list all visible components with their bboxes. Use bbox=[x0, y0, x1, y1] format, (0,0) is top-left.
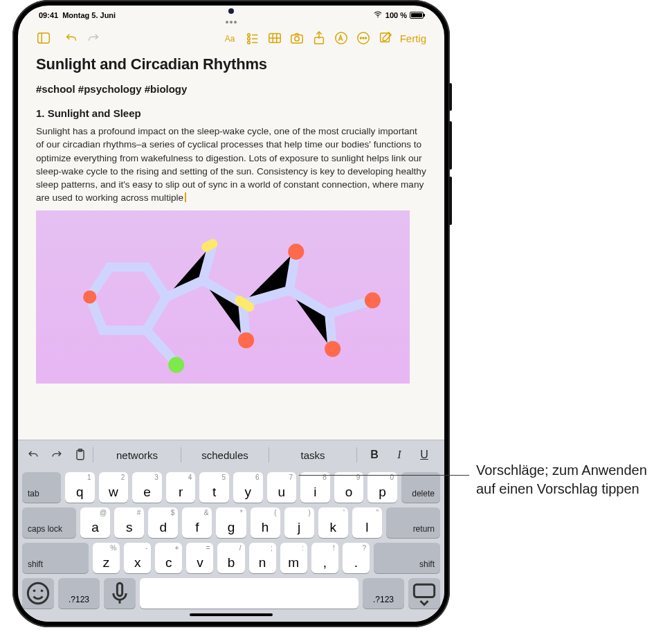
keyboard-area: networks schedules tasks B I U tab 1q2w3… bbox=[18, 440, 444, 622]
key-v[interactable]: =v bbox=[186, 543, 213, 573]
dismiss-keyboard-key[interactable] bbox=[408, 578, 440, 609]
ipad-frame: 09:41 Montag 5. Juni 100 % bbox=[12, 0, 450, 627]
key-r[interactable]: 4r bbox=[166, 472, 196, 503]
svg-rect-1 bbox=[38, 33, 50, 44]
note-subheading: 1. Sunlight and Sleep bbox=[36, 107, 426, 119]
suggestion-3[interactable]: tasks bbox=[271, 445, 355, 465]
share-icon[interactable] bbox=[309, 29, 329, 47]
key-y[interactable]: 6y bbox=[233, 472, 263, 503]
text-format-icon[interactable]: Aa bbox=[220, 29, 241, 47]
key-d[interactable]: $d bbox=[148, 507, 178, 538]
battery-text: 100 % bbox=[385, 11, 407, 19]
compose-icon[interactable] bbox=[375, 29, 396, 47]
separator bbox=[181, 447, 181, 462]
note-body[interactable]: Sunlight and Circadian Rhythms #school #… bbox=[18, 54, 444, 440]
key-p[interactable]: 0p bbox=[367, 472, 397, 503]
return-key[interactable]: return bbox=[386, 507, 440, 538]
svg-point-23 bbox=[238, 332, 254, 348]
key-h[interactable]: (h bbox=[251, 507, 280, 538]
emoji-key[interactable] bbox=[22, 578, 54, 609]
undo-icon[interactable] bbox=[61, 29, 82, 47]
delete-key[interactable]: delete bbox=[401, 472, 440, 503]
kbd-redo-icon[interactable] bbox=[46, 444, 68, 465]
key-row-4: .?123 .?123 bbox=[22, 578, 440, 609]
suggestion-bar: networks schedules tasks B I U bbox=[18, 440, 444, 469]
table-icon[interactable] bbox=[264, 29, 285, 47]
key-w[interactable]: 2w bbox=[99, 472, 129, 503]
key-b[interactable]: /b bbox=[217, 543, 244, 573]
svg-point-6 bbox=[247, 37, 250, 40]
screen: 09:41 Montag 5. Juni 100 % bbox=[18, 6, 444, 622]
key-row-1: tab 1q2w3e4r5t6y7u8i9o0p delete bbox=[22, 472, 440, 503]
numswitch-key-right[interactable]: .?123 bbox=[363, 578, 404, 609]
dictate-key[interactable] bbox=[104, 578, 136, 609]
svg-point-24 bbox=[288, 244, 304, 260]
clipboard-icon[interactable] bbox=[69, 444, 91, 465]
separator bbox=[93, 447, 93, 462]
shift-key-right[interactable]: shift bbox=[374, 543, 440, 573]
svg-point-31 bbox=[28, 583, 48, 603]
status-date: Montag 5. Juni bbox=[62, 11, 116, 19]
space-key[interactable] bbox=[140, 578, 358, 609]
home-indicator[interactable] bbox=[190, 613, 273, 616]
key-g[interactable]: *g bbox=[216, 507, 246, 538]
shift-key-left[interactable]: shift bbox=[22, 543, 89, 573]
volume-up-hw bbox=[449, 121, 452, 170]
key-l[interactable]: "l bbox=[352, 507, 382, 538]
svg-point-33 bbox=[41, 590, 44, 593]
markup-icon[interactable] bbox=[331, 29, 352, 47]
notes-toolbar: Aa Fertig bbox=[18, 25, 444, 54]
key-z[interactable]: %z bbox=[93, 543, 120, 573]
key-u[interactable]: 7u bbox=[267, 472, 297, 503]
key-o[interactable]: 9o bbox=[334, 472, 364, 503]
key-m[interactable]: :m bbox=[280, 543, 307, 573]
svg-point-32 bbox=[33, 590, 36, 593]
key-x[interactable]: -x bbox=[124, 543, 151, 573]
bold-button[interactable]: B bbox=[364, 449, 385, 461]
separator bbox=[269, 447, 269, 462]
note-title: Sunlight and Circadian Rhythms bbox=[36, 55, 426, 73]
key-j[interactable]: )j bbox=[284, 507, 314, 538]
suggestion-2[interactable]: schedules bbox=[183, 445, 267, 465]
svg-point-25 bbox=[325, 341, 340, 357]
key-e[interactable]: 3e bbox=[132, 472, 162, 503]
note-tags: #school #psychology #biology bbox=[36, 83, 426, 95]
power-button-hw bbox=[449, 83, 452, 111]
suggestion-1[interactable]: networks bbox=[95, 445, 179, 465]
redo-icon[interactable] bbox=[83, 29, 104, 47]
more-icon[interactable] bbox=[353, 29, 374, 47]
svg-point-27 bbox=[83, 290, 96, 303]
svg-text:Aa: Aa bbox=[224, 34, 235, 44]
capslock-key[interactable]: caps lock bbox=[22, 507, 76, 538]
battery-icon bbox=[410, 12, 424, 19]
key-q[interactable]: 1q bbox=[65, 472, 95, 503]
key-t[interactable]: 5t bbox=[199, 472, 229, 503]
keyboard-rows: tab 1q2w3e4r5t6y7u8i9o0p delete caps loc… bbox=[18, 469, 444, 609]
key-f[interactable]: &f bbox=[182, 507, 212, 538]
tab-key[interactable]: tab bbox=[22, 472, 61, 503]
status-time: 09:41 bbox=[39, 11, 58, 19]
svg-point-8 bbox=[247, 42, 250, 44]
numswitch-key-left[interactable]: .?123 bbox=[58, 578, 100, 609]
key-s[interactable]: #s bbox=[114, 507, 144, 538]
kbd-undo-icon[interactable] bbox=[22, 444, 44, 465]
done-button[interactable]: Fertig bbox=[397, 33, 429, 44]
svg-point-21 bbox=[365, 37, 366, 39]
svg-point-26 bbox=[365, 292, 381, 308]
key-n[interactable]: ;n bbox=[249, 543, 276, 573]
italic-button[interactable]: I bbox=[389, 449, 410, 461]
note-image-molecule[interactable] bbox=[36, 210, 410, 384]
key-c[interactable]: +c bbox=[155, 543, 182, 573]
key-i[interactable]: 8i bbox=[300, 472, 330, 503]
sidebar-toggle-icon[interactable] bbox=[33, 29, 54, 47]
wifi-icon bbox=[373, 10, 383, 21]
key-,[interactable]: !, bbox=[311, 543, 338, 573]
checklist-icon[interactable] bbox=[242, 29, 263, 47]
svg-point-19 bbox=[360, 37, 361, 39]
front-camera bbox=[228, 8, 234, 14]
camera-icon[interactable] bbox=[287, 29, 307, 47]
key-a[interactable]: @a bbox=[80, 507, 110, 538]
underline-button[interactable]: U bbox=[414, 449, 435, 461]
key-k[interactable]: 'k bbox=[318, 507, 348, 538]
key-.[interactable]: ?. bbox=[343, 543, 370, 573]
